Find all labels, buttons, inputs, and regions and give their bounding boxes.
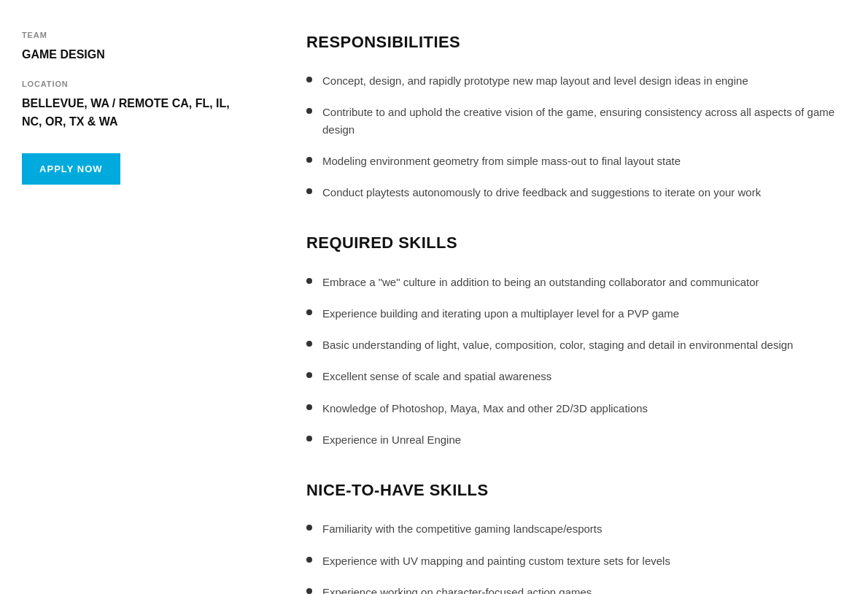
list-item: Basic understanding of light, value, com… (306, 336, 839, 353)
list-item: Concept, design, and rapidly prototype n… (306, 72, 839, 89)
responsibilities-item-2: Contribute to and uphold the creative vi… (322, 104, 839, 138)
responsibilities-item-4: Conduct playtests autonomously to drive … (322, 184, 761, 201)
nice-to-have-list: Familiarity with the competitive gaming … (306, 520, 839, 594)
nice-to-have-1: Familiarity with the competitive gaming … (322, 520, 602, 537)
bullet-dot (306, 309, 312, 315)
location-value: BELLEVUE, WA / REMOTE CA, FL, IL, NC, OR… (22, 94, 248, 131)
nice-to-have-2: Experience with UV mapping and painting … (322, 552, 670, 569)
bullet-dot (306, 525, 312, 531)
nice-to-have-title: NICE-TO-HAVE SKILLS (306, 477, 839, 503)
list-item: Contribute to and uphold the creative vi… (306, 104, 839, 138)
bullet-dot (306, 588, 312, 594)
bullet-dot (306, 341, 312, 347)
location-label: LOCATION (22, 78, 248, 91)
responsibilities-title: RESPONSIBILITIES (306, 29, 839, 55)
responsibilities-section: RESPONSIBILITIES Concept, design, and ra… (306, 29, 839, 201)
responsibilities-list: Concept, design, and rapidly prototype n… (306, 72, 839, 201)
bullet-dot (306, 372, 312, 378)
required-skills-list: Embrace a "we" culture in addition to be… (306, 274, 839, 449)
list-item: Familiarity with the competitive gaming … (306, 520, 839, 537)
list-item: Experience working on character-focused … (306, 584, 839, 594)
responsibilities-item-3: Modeling environment geometry from simpl… (322, 153, 681, 169)
list-item: Excellent sense of scale and spatial awa… (306, 368, 839, 385)
list-item: Modeling environment geometry from simpl… (306, 153, 839, 169)
list-item: Knowledge of Photoshop, Maya, Max and ot… (306, 400, 839, 417)
required-skills-section: REQUIRED SKILLS Embrace a "we" culture i… (306, 230, 839, 448)
required-skill-2: Experience building and iterating upon a… (322, 305, 679, 322)
responsibilities-item-1: Concept, design, and rapidly prototype n… (322, 72, 748, 89)
bullet-dot (306, 188, 312, 194)
bullet-dot (306, 157, 312, 163)
team-label: TEAM (22, 29, 248, 42)
required-skill-6: Experience in Unreal Engine (322, 431, 461, 448)
bullet-dot (306, 557, 312, 563)
sidebar: TEAM GAME DESIGN LOCATION BELLEVUE, WA /… (0, 15, 277, 594)
team-value: GAME DESIGN (22, 45, 248, 64)
bullet-dot (306, 404, 312, 410)
nice-to-have-3: Experience working on character-focused … (322, 584, 592, 594)
list-item: Experience in Unreal Engine (306, 431, 839, 448)
bullet-dot (306, 278, 312, 284)
bullet-dot (306, 436, 312, 441)
list-item: Conduct playtests autonomously to drive … (306, 184, 839, 201)
required-skill-3: Basic understanding of light, value, com… (322, 336, 793, 353)
apply-now-button[interactable]: APPLY NOW (22, 153, 120, 185)
required-skills-title: REQUIRED SKILLS (306, 230, 839, 255)
required-skill-1: Embrace a "we" culture in addition to be… (322, 274, 759, 290)
required-skill-4: Excellent sense of scale and spatial awa… (322, 368, 551, 385)
main-content: RESPONSIBILITIES Concept, design, and ra… (277, 15, 868, 594)
list-item: Embrace a "we" culture in addition to be… (306, 274, 839, 290)
nice-to-have-section: NICE-TO-HAVE SKILLS Familiarity with the… (306, 477, 839, 594)
bullet-dot (306, 77, 312, 82)
list-item: Experience building and iterating upon a… (306, 305, 839, 322)
page-container: TEAM GAME DESIGN LOCATION BELLEVUE, WA /… (0, 0, 868, 594)
location-block: LOCATION BELLEVUE, WA / REMOTE CA, FL, I… (22, 78, 248, 131)
team-block: TEAM GAME DESIGN (22, 29, 248, 63)
required-skill-5: Knowledge of Photoshop, Maya, Max and ot… (322, 400, 648, 417)
bullet-dot (306, 108, 312, 114)
list-item: Experience with UV mapping and painting … (306, 552, 839, 569)
